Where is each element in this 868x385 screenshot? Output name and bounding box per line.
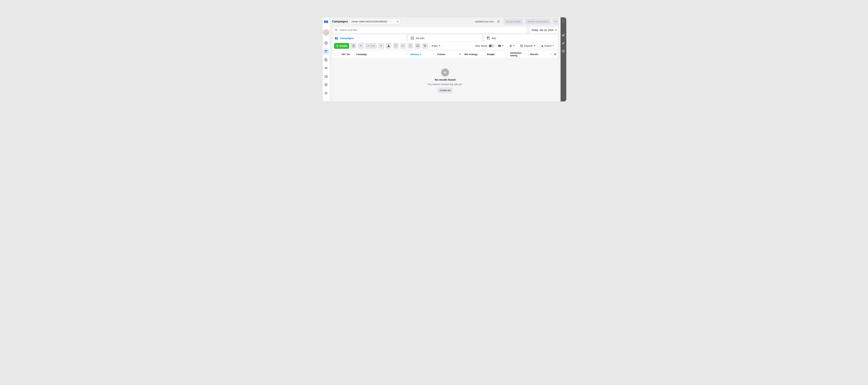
level-tabs: Campaigns Ad sets Ads <box>330 34 561 42</box>
meta-logo[interactable] <box>323 19 329 24</box>
date-range-selector[interactable]: Today: Jan 24, 2024 <box>529 27 559 33</box>
chevron-down-icon <box>433 54 434 55</box>
history-icon[interactable] <box>561 49 566 54</box>
discard-drafts-button[interactable]: Discard drafts <box>503 19 523 25</box>
nav-dashboard-icon[interactable] <box>323 40 329 46</box>
nav-billing-icon[interactable] <box>323 73 329 80</box>
svg-rect-22 <box>411 38 412 39</box>
nav-events-icon[interactable] <box>323 82 329 88</box>
export-button[interactable]: Export <box>539 43 556 49</box>
ads-manager-window: Campaigns Derek Videll (463154264238045)… <box>323 18 566 101</box>
download-icon <box>541 45 544 47</box>
chevron-down-icon <box>553 46 554 46</box>
copy-button[interactable] <box>393 43 399 49</box>
col-onoff[interactable]: Off / On <box>340 50 354 58</box>
ab-test-button[interactable] <box>385 43 392 49</box>
plus-icon <box>336 45 339 47</box>
reports-button[interactable]: Reports <box>518 43 537 49</box>
svg-rect-35 <box>562 35 562 36</box>
reports-label: Reports <box>524 45 533 47</box>
edit-button[interactable]: Edit <box>365 43 377 49</box>
svg-rect-3 <box>324 51 325 52</box>
empty-heading: No results found <box>435 78 455 81</box>
col-delivery[interactable]: Delivery <box>409 50 435 58</box>
tag-icon <box>424 45 426 47</box>
empty-plus-icon[interactable] <box>441 68 449 77</box>
search-row: Today: Jan 24, 2024 <box>330 26 561 34</box>
reports-icon <box>521 45 523 47</box>
svg-rect-23 <box>413 38 414 39</box>
duplicate-dropdown[interactable] <box>358 43 364 49</box>
nav-audiences-icon[interactable] <box>323 65 329 71</box>
svg-rect-26 <box>353 45 354 47</box>
svg-point-14 <box>325 84 327 84</box>
right-sidebar <box>561 18 566 101</box>
duplicate-button[interactable] <box>350 43 356 49</box>
delete-button[interactable] <box>407 43 413 49</box>
svg-rect-36 <box>563 34 563 36</box>
create-ad-button[interactable]: Create Ad <box>437 87 453 93</box>
undo-button[interactable] <box>400 43 406 49</box>
chevron-down-icon <box>406 54 407 55</box>
nav-campaigns-icon[interactable] <box>323 48 329 55</box>
col-actions[interactable]: Actions <box>435 50 463 58</box>
nav-all-tools-icon[interactable] <box>323 90 329 96</box>
edit-label: Edit <box>371 45 375 47</box>
export-label: Export <box>545 45 552 47</box>
charts-icon[interactable] <box>561 33 566 37</box>
ad-icon <box>487 36 490 40</box>
profile-avatar[interactable] <box>323 29 329 35</box>
left-sidebar <box>323 18 330 101</box>
chevron-down-icon <box>513 46 515 46</box>
search-input[interactable] <box>340 29 525 31</box>
tab-campaigns[interactable]: Campaigns <box>332 34 406 42</box>
svg-rect-33 <box>500 45 501 47</box>
account-selector[interactable]: Derek Videll (463154264238045) <box>350 19 400 25</box>
col-partial[interactable]: R <box>553 50 558 58</box>
view-setup-toggle[interactable]: View Setup <box>475 44 495 48</box>
col-results[interactable]: Results <box>528 50 553 58</box>
flask-icon <box>387 45 390 47</box>
col-budget[interactable]: Budget <box>485 50 508 58</box>
refresh-button[interactable] <box>495 19 501 25</box>
tab-label: Campaigns <box>340 37 354 39</box>
svg-point-11 <box>325 67 326 68</box>
svg-rect-32 <box>499 45 500 47</box>
preview-icon <box>416 45 419 47</box>
svg-rect-34 <box>521 45 523 47</box>
undo-icon <box>402 45 404 47</box>
empty-state: No results found You haven't created any… <box>332 58 558 101</box>
svg-point-15 <box>555 21 555 22</box>
more-button[interactable] <box>553 19 559 25</box>
col-checkbox[interactable] <box>332 50 340 58</box>
close-button[interactable] <box>561 19 566 24</box>
create-label: Create <box>340 45 347 47</box>
columns-button[interactable] <box>496 43 506 49</box>
svg-rect-7 <box>326 52 326 53</box>
rules-button[interactable]: Rules <box>429 43 442 49</box>
review-publish-button[interactable]: Review and publish <box>525 19 551 25</box>
nav-ad-reporting-icon[interactable] <box>323 57 329 63</box>
edit-icon[interactable] <box>561 41 566 46</box>
search-box[interactable] <box>332 27 528 33</box>
chevron-down-icon <box>397 21 398 22</box>
tag-button[interactable] <box>422 43 428 49</box>
preview-button[interactable] <box>415 43 421 49</box>
create-button[interactable]: Create <box>334 43 349 49</box>
breakdown-button[interactable] <box>507 43 517 49</box>
col-attribution[interactable]: Attribution setting <box>508 50 528 58</box>
svg-point-30 <box>424 45 425 46</box>
tab-ads[interactable]: Ads <box>484 34 558 42</box>
svg-point-0 <box>324 42 328 45</box>
edit-dropdown[interactable] <box>378 43 384 49</box>
tab-adsets[interactable]: Ad sets <box>408 34 482 42</box>
col-campaign[interactable]: Campaign <box>354 50 409 58</box>
trash-icon <box>409 45 412 47</box>
copy-icon <box>352 45 355 47</box>
table-header: Off / On Campaign Delivery Actions Bid s… <box>332 50 558 58</box>
top-bar: Campaigns Derek Videll (463154264238045)… <box>330 18 561 26</box>
col-bid[interactable]: Bid strategy <box>463 50 485 58</box>
account-name: Derek Videll (463154264238045) <box>351 20 387 23</box>
checkbox-icon <box>334 53 338 56</box>
tab-label: Ad sets <box>416 37 425 39</box>
